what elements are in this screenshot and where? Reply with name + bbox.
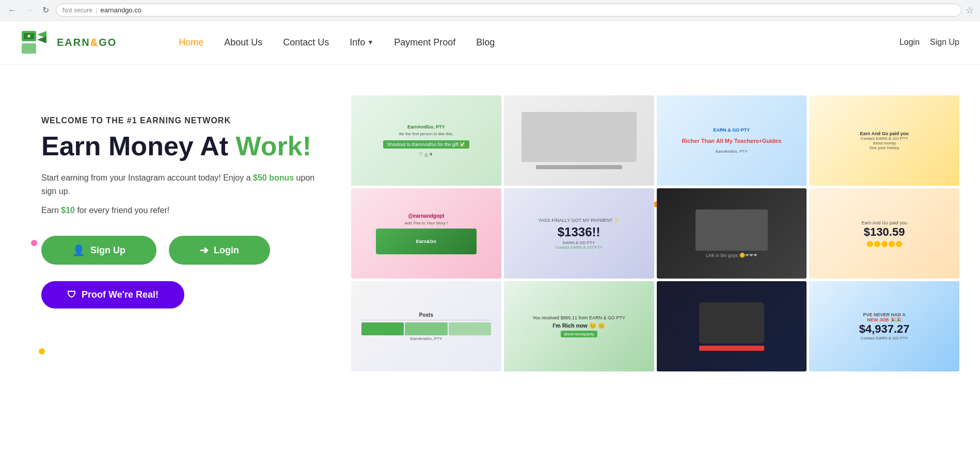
collage-item-10: You received $865.11 from EARN & GO PTY … xyxy=(504,281,654,371)
refresh-button[interactable]: ↻ xyxy=(39,4,52,17)
logo-earn: EARN xyxy=(57,37,90,48)
hero-section: WELCOME TO THE #1 EARNING NETWORK Earn M… xyxy=(0,64,980,415)
address-separator: | xyxy=(96,6,97,14)
security-indicator: Not secure xyxy=(62,7,92,14)
collage-item-2 xyxy=(504,95,654,186)
decorative-dot-yellow xyxy=(39,348,45,354)
logo-go: GO xyxy=(99,37,117,48)
browser-bar: ← → ↻ Not secure | earnandgo.co ☆ xyxy=(0,0,980,21)
bookmark-icon[interactable]: ☆ xyxy=(966,5,974,16)
logo[interactable]: EARN&GO xyxy=(21,27,117,58)
hero-description: Start earning from your Instagram accoun… xyxy=(41,171,320,198)
collage-item-8: Earn And Go paid you $130.59 xyxy=(809,188,959,279)
forward-button[interactable]: → xyxy=(23,4,35,17)
dropdown-arrow-icon: ▼ xyxy=(367,39,373,46)
collage-item-4: Earn And Go paid you Contact EARN & GO P… xyxy=(809,95,959,186)
logo-amp: & xyxy=(90,37,99,48)
hero-collage: EarnAndGo, PTY Be the first person to li… xyxy=(351,80,959,371)
nav-links: Home About Us Contact Us Info ▼ Payment … xyxy=(179,37,495,48)
logo-icon xyxy=(21,27,57,58)
collage-grid: EarnAndGo, PTY Be the first person to li… xyxy=(351,95,959,371)
collage-item-6: YASS FINALLY GOT MY PAYMENT ✨ $1336!! EA… xyxy=(504,188,654,279)
cta-buttons: 👤 Sign Up ➔ Login xyxy=(41,236,351,265)
address-bar[interactable]: Not secure | earnandgo.co xyxy=(56,4,961,17)
hero-left: WELCOME TO THE #1 EARNING NETWORK Earn M… xyxy=(41,85,351,308)
hero-title: Earn Money At Work! xyxy=(41,132,351,161)
decorative-dot-pink xyxy=(31,240,37,246)
navbar: EARN&GO Home About Us Contact Us Info ▼ … xyxy=(0,21,980,64)
collage-item-3: EARN & GO PTY Richer Than All My Teacher… xyxy=(657,95,807,186)
hero-subtitle: WELCOME TO THE #1 EARNING NETWORK xyxy=(41,116,351,125)
nav-info[interactable]: Info ▼ xyxy=(350,37,373,48)
svg-marker-5 xyxy=(37,36,46,43)
svg-point-3 xyxy=(28,35,30,37)
signup-button[interactable]: 👤 Sign Up xyxy=(41,236,156,265)
nav-about[interactable]: About Us xyxy=(224,37,262,48)
collage-item-9: Posts EarnAndGo, PTY xyxy=(351,281,501,371)
url-text: earnandgo.co xyxy=(100,6,141,14)
nav-signup-link[interactable]: Sign Up xyxy=(930,38,959,47)
nav-login-link[interactable]: Login xyxy=(899,38,920,47)
referral-amount: $10 xyxy=(61,206,75,215)
hero-referral-text: Earn $10 for every friend you refer! xyxy=(41,206,351,215)
nav-home[interactable]: Home xyxy=(179,37,203,48)
collage-item-5: @earnandgopt Add This to Your Story ! Ea… xyxy=(351,188,501,279)
svg-rect-6 xyxy=(22,43,36,54)
nav-right: Login Sign Up xyxy=(899,38,959,47)
nav-payment[interactable]: Payment Proof xyxy=(394,37,455,48)
collage-item-12: PVE NEVER HAD A NEW JOB 🎉🎉 $4,937.27 Con… xyxy=(809,281,959,371)
bonus-text: $50 bonus xyxy=(253,173,294,182)
shield-icon: 🛡 xyxy=(67,289,76,300)
nav-contact[interactable]: Contact Us xyxy=(283,37,329,48)
login-arrow-icon: ➔ xyxy=(200,244,209,256)
login-button[interactable]: ➔ Login xyxy=(169,236,270,265)
collage-item-7: Link in bio guys 😊❤❤❤ xyxy=(657,188,807,279)
nav-blog[interactable]: Blog xyxy=(476,37,495,48)
user-plus-icon: 👤 xyxy=(72,244,85,256)
collage-item-1: EarnAndGo, PTY Be the first person to li… xyxy=(351,95,501,186)
collage-item-11 xyxy=(657,281,807,371)
proof-button[interactable]: 🛡 Proof We're Real! xyxy=(41,281,184,308)
back-button[interactable]: ← xyxy=(6,4,19,17)
